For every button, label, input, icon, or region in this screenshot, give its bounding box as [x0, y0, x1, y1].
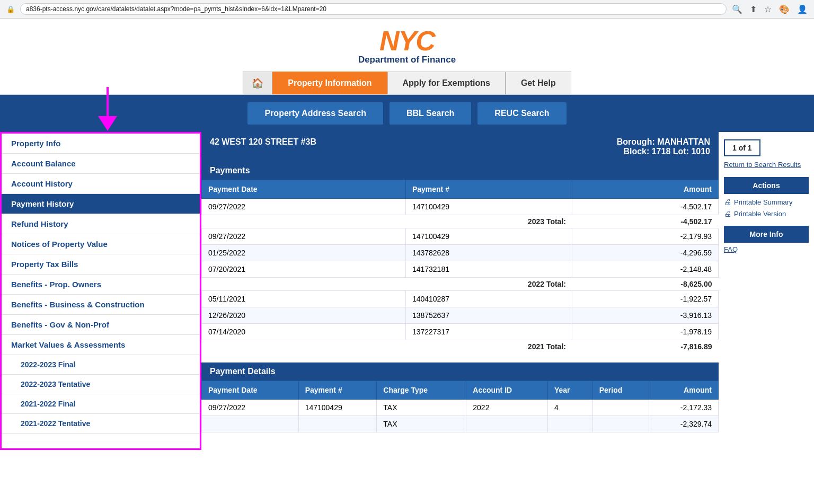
col-pd-amount: Amount	[649, 381, 719, 400]
bookmark-icon[interactable]: ☆	[764, 4, 772, 14]
payments-section-header: Payments	[201, 162, 719, 180]
col-pd-account-id: Account ID	[466, 381, 548, 400]
pd-account-id	[466, 416, 548, 432]
reuc-search-button[interactable]: REUC Search	[477, 102, 566, 125]
col-pd-date: Payment Date	[202, 381, 299, 400]
col-pd-period: Period	[592, 381, 649, 400]
payment-amount: -1,978.19	[572, 324, 719, 340]
payment-amount: -4,296.59	[572, 245, 719, 261]
actions-box: Actions	[724, 177, 809, 194]
payment-amount: -2,179.93	[572, 228, 719, 245]
dept-name: Department of Finance	[358, 55, 456, 65]
sidebar-item-payment-history[interactable]: Payment History	[2, 194, 200, 214]
payment-date: 09/27/2022	[202, 199, 406, 215]
table-row: 07/14/2020 137227317 -1,978.19	[202, 324, 719, 340]
search-icon[interactable]: 🔍	[732, 4, 742, 14]
site-header: NYC Department of Finance	[0, 19, 814, 72]
payment-date: 12/26/2020	[202, 307, 406, 324]
nav-tabs: 🏠 Property Information Apply for Exempti…	[0, 72, 814, 95]
browser-icons: 🔍 ⬆ ☆ 🎨 👤	[732, 4, 808, 14]
payment-number: 141732181	[405, 261, 572, 278]
pd-date: 09/27/2022	[202, 400, 299, 416]
total-row-2021: 2021 Total: -7,816.89	[202, 340, 719, 353]
color-icon: 🎨	[779, 4, 790, 14]
payment-date: 01/25/2022	[202, 245, 406, 261]
total-amount: -7,816.89	[572, 340, 719, 353]
payment-amount: -2,148.48	[572, 261, 719, 278]
table-row: 01/25/2022 143782628 -4,296.59	[202, 245, 719, 261]
payment-details-table: Payment Date Payment # Charge Type Accou…	[201, 381, 719, 432]
payment-date: 07/14/2020	[202, 324, 406, 340]
total-row-2023: 2023 Total: -4,502.17	[202, 215, 719, 228]
home-button[interactable]: 🏠	[243, 72, 272, 94]
col-pd-year: Year	[547, 381, 592, 400]
sidebar-item-benefits-prop-owners[interactable]: Benefits - Prop. Owners	[2, 275, 200, 295]
content-area: 42 WEST 120 STREET #3B Borough: MANHATTA…	[201, 132, 719, 450]
printable-summary-label: Printable Summary	[734, 198, 793, 206]
sidebar-item-property-info[interactable]: Property Info	[2, 134, 200, 154]
col-pd-number: Payment #	[298, 381, 377, 400]
pd-account-id: 2022	[466, 400, 548, 416]
payment-amount: -1,922.57	[572, 291, 719, 307]
sidebar-item-account-history[interactable]: Account History	[2, 174, 200, 194]
more-info-box: More Info	[724, 226, 809, 243]
pd-number: 147100429	[298, 400, 377, 416]
sidebar-item-benefits-gov-non-prof[interactable]: Benefits - Gov & Non-Prof	[2, 315, 200, 335]
payment-details-section-header: Payment Details	[201, 362, 719, 381]
payment-date: 07/20/2021	[202, 261, 406, 278]
tab-get-help[interactable]: Get Help	[506, 72, 571, 94]
sidebar-item-refund-history[interactable]: Refund History	[2, 214, 200, 234]
print-summary-icon: 🖨	[724, 198, 731, 206]
total-amount: -4,502.17	[572, 215, 719, 228]
table-row: TAX -2,329.74	[202, 416, 719, 432]
total-label: 2022 Total:	[405, 278, 572, 291]
tab-property-information[interactable]: Property Information	[272, 72, 387, 94]
profile-icon[interactable]: 👤	[797, 4, 808, 14]
property-address: 42 WEST 120 STREET #3B	[210, 137, 316, 156]
sidebar-item-2022-2023-final[interactable]: 2022-2023 Final	[2, 355, 200, 375]
sidebar-item-2021-2022-final[interactable]: 2021-2022 Final	[2, 394, 200, 414]
bbl-search-button[interactable]: BBL Search	[390, 102, 471, 125]
col-pd-charge-type: Charge Type	[377, 381, 466, 400]
pd-number	[298, 416, 377, 432]
col-payment-number: Payment #	[405, 180, 572, 199]
pd-year	[547, 416, 592, 432]
pd-charge-type: TAX	[377, 400, 466, 416]
col-payment-date: Payment Date	[202, 180, 406, 199]
share-icon[interactable]: ⬆	[750, 4, 757, 14]
total-row-2022: 2022 Total: -8,625.00	[202, 278, 719, 291]
return-to-search-link[interactable]: Return to Search Results	[724, 161, 809, 169]
sidebar-item-2021-2022-tentative[interactable]: 2021-2022 Tentative	[2, 414, 200, 434]
browser-bar: 🔒 a836-pts-access.nyc.gov/care/datalets/…	[0, 0, 814, 19]
payment-number: 138752637	[405, 307, 572, 324]
pd-period	[592, 400, 649, 416]
table-row: 07/20/2021 141732181 -2,148.48	[202, 261, 719, 278]
printable-version-link[interactable]: 🖨 Printable Version	[724, 208, 809, 219]
payment-number: 137227317	[405, 324, 572, 340]
table-row: 05/11/2021 140410287 -1,922.57	[202, 291, 719, 307]
pagination: 1 of 1	[724, 139, 760, 156]
sidebar-item-market-values-assessments[interactable]: Market Values & Assessments	[2, 335, 200, 355]
payments-table: Payment Date Payment # Amount 09/27/2022…	[201, 180, 719, 353]
search-bar: Property Address Search BBL Search REUC …	[0, 95, 814, 132]
main-layout: Property Info Account Balance Account Hi…	[0, 132, 814, 450]
faq-link[interactable]: FAQ	[724, 245, 738, 253]
nyc-logo: NYC Department of Finance	[358, 27, 456, 65]
sidebar-item-2022-2023-tentative[interactable]: 2022-2023 Tentative	[2, 375, 200, 394]
table-row: 09/27/2022 147100429 -2,179.93	[202, 228, 719, 245]
tab-apply-exemptions[interactable]: Apply for Exemptions	[387, 72, 506, 94]
payment-number: 140410287	[405, 291, 572, 307]
sidebar-item-account-balance[interactable]: Account Balance	[2, 154, 200, 174]
sidebar-item-property-tax-bills[interactable]: Property Tax Bills	[2, 254, 200, 275]
sidebar-item-benefits-business-construction[interactable]: Benefits - Business & Construction	[2, 295, 200, 315]
property-address-search-button[interactable]: Property Address Search	[247, 102, 383, 125]
url-bar[interactable]: a836-pts-access.nyc.gov/care/datalets/da…	[20, 3, 727, 15]
property-borough: Borough: MANHATTAN	[617, 137, 710, 147]
payment-amount: -4,502.17	[572, 199, 719, 215]
payment-number: 143782628	[405, 245, 572, 261]
printable-summary-link[interactable]: 🖨 Printable Summary	[724, 196, 809, 208]
payment-amount: -3,916.13	[572, 307, 719, 324]
sidebar-item-notices-property-value[interactable]: Notices of Property Value	[2, 234, 200, 254]
property-block-lot: Block: 1718 Lot: 1010	[617, 147, 710, 156]
payment-number: 147100429	[405, 199, 572, 215]
